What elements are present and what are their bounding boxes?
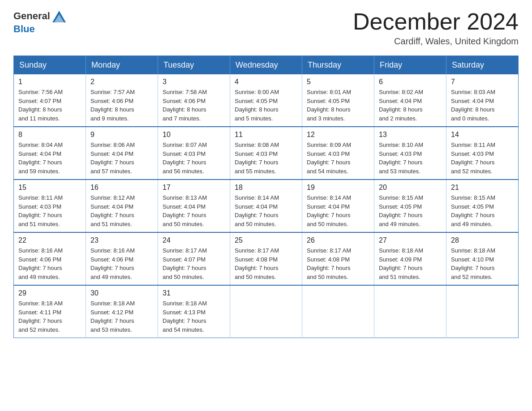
day-number: 9 — [90, 131, 153, 139]
calendar-day-cell: 18Sunrise: 8:14 AM Sunset: 4:04 PM Dayli… — [230, 180, 302, 232]
day-number: 26 — [307, 236, 369, 244]
calendar-week-row: 29Sunrise: 8:18 AM Sunset: 4:11 PM Dayli… — [14, 285, 519, 338]
day-info: Sunrise: 8:08 AM Sunset: 4:03 PM Dayligh… — [235, 141, 297, 176]
day-info: Sunrise: 8:14 AM Sunset: 4:04 PM Dayligh… — [307, 193, 369, 228]
calendar-day-cell: 26Sunrise: 8:17 AM Sunset: 4:08 PM Dayli… — [302, 232, 374, 285]
day-number: 27 — [379, 236, 442, 244]
day-number: 25 — [235, 236, 297, 244]
day-number: 30 — [90, 289, 153, 297]
calendar-day-cell: 15Sunrise: 8:11 AM Sunset: 4:03 PM Dayli… — [14, 180, 86, 232]
day-info: Sunrise: 8:17 AM Sunset: 4:08 PM Dayligh… — [307, 246, 369, 281]
day-number: 20 — [379, 184, 442, 192]
day-number: 16 — [90, 184, 153, 192]
calendar-day-cell: 2Sunrise: 7:57 AM Sunset: 4:06 PM Daylig… — [86, 74, 158, 127]
day-number: 15 — [18, 184, 81, 192]
day-number: 10 — [163, 131, 225, 139]
day-number: 14 — [451, 131, 514, 139]
day-info: Sunrise: 8:16 AM Sunset: 4:06 PM Dayligh… — [18, 246, 81, 281]
calendar-day-cell: 31Sunrise: 8:18 AM Sunset: 4:13 PM Dayli… — [158, 285, 230, 338]
day-number: 4 — [235, 78, 297, 86]
weekday-header-friday: Friday — [374, 56, 446, 75]
calendar-day-cell: 10Sunrise: 8:07 AM Sunset: 4:03 PM Dayli… — [158, 127, 230, 180]
calendar-day-cell: 5Sunrise: 8:01 AM Sunset: 4:05 PM Daylig… — [302, 74, 374, 127]
day-number: 7 — [451, 78, 514, 86]
day-number: 6 — [379, 78, 442, 86]
day-number: 31 — [163, 289, 225, 297]
logo: General Blue — [13, 9, 67, 35]
weekday-header-row: SundayMondayTuesdayWednesdayThursdayFrid… — [14, 56, 519, 75]
day-info: Sunrise: 7:58 AM Sunset: 4:06 PM Dayligh… — [163, 88, 225, 123]
day-info: Sunrise: 8:04 AM Sunset: 4:04 PM Dayligh… — [18, 141, 81, 176]
day-number: 3 — [163, 78, 225, 86]
weekday-header-monday: Monday — [86, 56, 158, 75]
day-info: Sunrise: 8:11 AM Sunset: 4:03 PM Dayligh… — [451, 141, 514, 176]
day-info: Sunrise: 8:18 AM Sunset: 4:11 PM Dayligh… — [18, 299, 81, 334]
day-info: Sunrise: 8:01 AM Sunset: 4:05 PM Dayligh… — [307, 88, 369, 123]
calendar-week-row: 8Sunrise: 8:04 AM Sunset: 4:04 PM Daylig… — [14, 127, 519, 180]
calendar-day-cell: 30Sunrise: 8:18 AM Sunset: 4:12 PM Dayli… — [86, 285, 158, 338]
calendar-day-cell: 14Sunrise: 8:11 AM Sunset: 4:03 PM Dayli… — [446, 127, 519, 180]
calendar-day-cell: 24Sunrise: 8:17 AM Sunset: 4:07 PM Dayli… — [158, 232, 230, 285]
calendar-day-cell: 8Sunrise: 8:04 AM Sunset: 4:04 PM Daylig… — [14, 127, 86, 180]
day-info: Sunrise: 8:18 AM Sunset: 4:12 PM Dayligh… — [90, 299, 153, 334]
day-info: Sunrise: 8:03 AM Sunset: 4:04 PM Dayligh… — [451, 88, 514, 123]
calendar-week-row: 15Sunrise: 8:11 AM Sunset: 4:03 PM Dayli… — [14, 180, 519, 232]
calendar-day-cell: 23Sunrise: 8:16 AM Sunset: 4:06 PM Dayli… — [86, 232, 158, 285]
calendar-day-cell: 22Sunrise: 8:16 AM Sunset: 4:06 PM Dayli… — [14, 232, 86, 285]
day-info: Sunrise: 8:18 AM Sunset: 4:13 PM Dayligh… — [163, 299, 225, 334]
calendar-day-cell: 9Sunrise: 8:06 AM Sunset: 4:04 PM Daylig… — [86, 127, 158, 180]
empty-day-cell — [302, 285, 374, 338]
day-number: 23 — [90, 236, 153, 244]
calendar-day-cell: 21Sunrise: 8:15 AM Sunset: 4:05 PM Dayli… — [446, 180, 519, 232]
calendar-day-cell: 12Sunrise: 8:09 AM Sunset: 4:03 PM Dayli… — [302, 127, 374, 180]
day-number: 1 — [18, 78, 81, 86]
weekday-header-sunday: Sunday — [14, 56, 86, 75]
calendar-day-cell: 19Sunrise: 8:14 AM Sunset: 4:04 PM Dayli… — [302, 180, 374, 232]
calendar-day-cell: 27Sunrise: 8:18 AM Sunset: 4:09 PM Dayli… — [374, 232, 446, 285]
page-header: General Blue December 2024 Cardiff, Wale… — [13, 9, 519, 47]
day-number: 18 — [235, 184, 297, 192]
day-number: 21 — [451, 184, 514, 192]
day-info: Sunrise: 7:56 AM Sunset: 4:07 PM Dayligh… — [18, 88, 81, 123]
calendar-week-row: 22Sunrise: 8:16 AM Sunset: 4:06 PM Dayli… — [14, 232, 519, 285]
day-info: Sunrise: 8:18 AM Sunset: 4:10 PM Dayligh… — [451, 246, 514, 281]
day-number: 5 — [307, 78, 369, 86]
calendar-day-cell: 29Sunrise: 8:18 AM Sunset: 4:11 PM Dayli… — [14, 285, 86, 338]
calendar-day-cell: 28Sunrise: 8:18 AM Sunset: 4:10 PM Dayli… — [446, 232, 519, 285]
logo-general-text: General — [13, 10, 50, 22]
day-number: 13 — [379, 131, 442, 139]
day-number: 12 — [307, 131, 369, 139]
calendar-day-cell: 13Sunrise: 8:10 AM Sunset: 4:03 PM Dayli… — [374, 127, 446, 180]
title-area: December 2024 Cardiff, Wales, United Kin… — [353, 9, 519, 47]
day-info: Sunrise: 8:00 AM Sunset: 4:05 PM Dayligh… — [235, 88, 297, 123]
location-subtitle: Cardiff, Wales, United Kingdom — [353, 36, 519, 47]
day-info: Sunrise: 8:15 AM Sunset: 4:05 PM Dayligh… — [379, 193, 442, 228]
empty-day-cell — [374, 285, 446, 338]
day-info: Sunrise: 8:14 AM Sunset: 4:04 PM Dayligh… — [235, 193, 297, 228]
empty-day-cell — [446, 285, 519, 338]
day-info: Sunrise: 8:12 AM Sunset: 4:04 PM Dayligh… — [90, 193, 153, 228]
weekday-header-wednesday: Wednesday — [230, 56, 302, 75]
day-number: 29 — [18, 289, 81, 297]
calendar-day-cell: 6Sunrise: 8:02 AM Sunset: 4:04 PM Daylig… — [374, 74, 446, 127]
day-info: Sunrise: 8:07 AM Sunset: 4:03 PM Dayligh… — [163, 141, 225, 176]
calendar-day-cell: 3Sunrise: 7:58 AM Sunset: 4:06 PM Daylig… — [158, 74, 230, 127]
calendar-day-cell: 4Sunrise: 8:00 AM Sunset: 4:05 PM Daylig… — [230, 74, 302, 127]
empty-day-cell — [230, 285, 302, 338]
calendar-day-cell: 11Sunrise: 8:08 AM Sunset: 4:03 PM Dayli… — [230, 127, 302, 180]
day-info: Sunrise: 8:11 AM Sunset: 4:03 PM Dayligh… — [18, 193, 81, 228]
day-info: Sunrise: 8:02 AM Sunset: 4:04 PM Dayligh… — [379, 88, 442, 123]
day-number: 11 — [235, 131, 297, 139]
day-info: Sunrise: 8:13 AM Sunset: 4:04 PM Dayligh… — [163, 193, 225, 228]
day-info: Sunrise: 7:57 AM Sunset: 4:06 PM Dayligh… — [90, 88, 153, 123]
day-info: Sunrise: 8:09 AM Sunset: 4:03 PM Dayligh… — [307, 141, 369, 176]
weekday-header-thursday: Thursday — [302, 56, 374, 75]
day-info: Sunrise: 8:18 AM Sunset: 4:09 PM Dayligh… — [379, 246, 442, 281]
logo-triangle-icon — [51, 10, 67, 23]
day-number: 17 — [163, 184, 225, 192]
day-number: 19 — [307, 184, 369, 192]
calendar-day-cell: 25Sunrise: 8:17 AM Sunset: 4:08 PM Dayli… — [230, 232, 302, 285]
calendar-day-cell: 1Sunrise: 7:56 AM Sunset: 4:07 PM Daylig… — [14, 74, 86, 127]
month-title: December 2024 — [353, 9, 519, 34]
day-number: 28 — [451, 236, 514, 244]
